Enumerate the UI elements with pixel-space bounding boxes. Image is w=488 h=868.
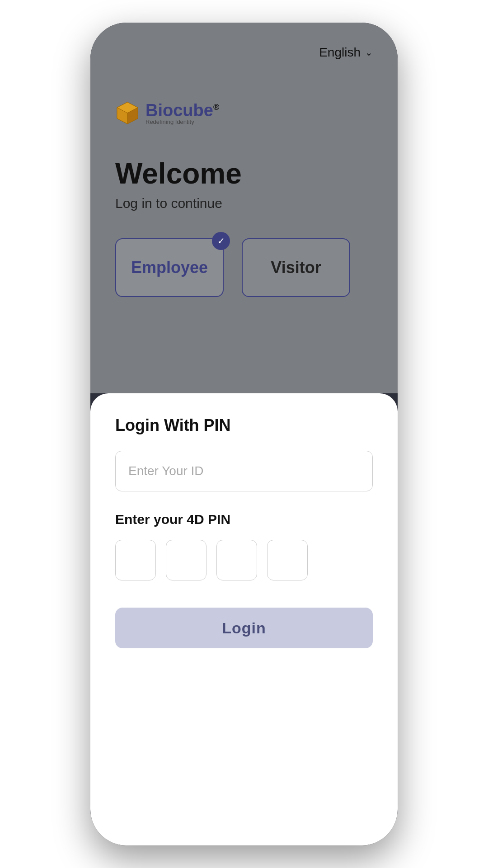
chevron-down-icon: ⌄ bbox=[365, 47, 373, 58]
top-area: English ⌄ Biocube® Redefining Identity bbox=[90, 23, 398, 393]
pin-boxes bbox=[115, 540, 373, 580]
logo-bio: Bio bbox=[145, 101, 173, 120]
phone-screen: English ⌄ Biocube® Redefining Identity bbox=[90, 23, 398, 845]
pin-section-label: Enter your 4D PIN bbox=[115, 512, 373, 527]
language-label: English bbox=[319, 45, 361, 60]
welcome-title: Welcome bbox=[115, 157, 373, 190]
logo-text: Biocube® bbox=[145, 101, 219, 120]
language-selector[interactable]: English ⌄ bbox=[115, 45, 373, 60]
employee-checkmark-icon: ✓ bbox=[212, 232, 230, 250]
pin-box-1[interactable] bbox=[115, 540, 156, 580]
logo-registered: ® bbox=[213, 103, 219, 112]
role-selector: ✓ Employee Visitor bbox=[115, 238, 373, 297]
login-panel: Login With PIN Enter your 4D PIN Login bbox=[90, 393, 398, 845]
welcome-subtitle: Log in to continue bbox=[115, 196, 373, 211]
employee-role-label: Employee bbox=[131, 258, 208, 277]
employee-role-card[interactable]: ✓ Employee bbox=[115, 238, 224, 297]
id-input[interactable] bbox=[115, 451, 373, 491]
panel-title: Login With PIN bbox=[115, 416, 373, 435]
login-button[interactable]: Login bbox=[115, 608, 373, 648]
logo-area: Biocube® Redefining Identity bbox=[115, 100, 373, 125]
pin-box-4[interactable] bbox=[267, 540, 308, 580]
pin-box-2[interactable] bbox=[166, 540, 206, 580]
biocube-logo-icon bbox=[115, 100, 140, 125]
visitor-role-label: Visitor bbox=[271, 258, 321, 277]
visitor-role-card[interactable]: Visitor bbox=[242, 238, 350, 297]
logo-cube: cube bbox=[173, 101, 213, 120]
pin-box-3[interactable] bbox=[216, 540, 257, 580]
phone-shell: English ⌄ Biocube® Redefining Identity bbox=[90, 23, 398, 845]
